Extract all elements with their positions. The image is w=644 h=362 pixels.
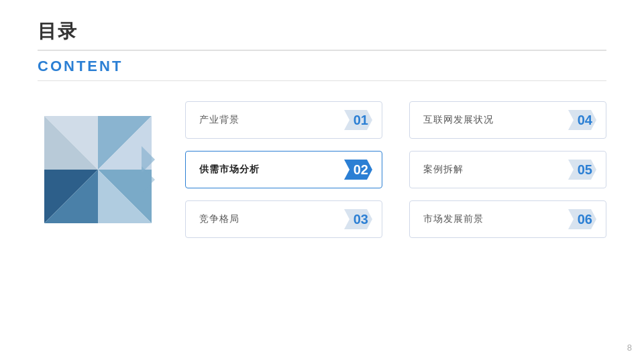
menu-grid: 产业背景 01 互联网发展状况 04 [185,101,606,238]
title-zh: 目录 [38,19,606,44]
num-text-1: 01 [354,112,368,127]
num-text-2: 02 [354,162,368,177]
num-badge-1: 01 [339,109,372,131]
header: 目录 [0,0,644,44]
divider-bottom [38,80,606,81]
num-text-6: 06 [578,211,592,227]
main-content: 产业背景 01 互联网发展状况 04 [0,101,644,238]
menu-item-6[interactable]: 市场发展前景 06 [409,200,606,238]
menu-label-1: 产业背景 [199,114,239,126]
num-badge-4: 04 [563,109,596,131]
menu-item-3[interactable]: 竞争格局 03 [185,200,382,238]
menu-label-4: 互联网发展状况 [423,114,494,126]
menu-item-2[interactable]: 供需市场分析 02 [185,151,382,188]
pinwheel-graphic [38,109,158,230]
menu-label-2: 供需市场分析 [199,164,260,176]
page-container: 目录 CONTENT [0,0,644,362]
menu-label-6: 市场发展前景 [423,213,484,225]
divider-top [38,50,606,51]
menu-item-5[interactable]: 案例拆解 05 [409,151,606,188]
menu-label-5: 案例拆解 [423,164,464,176]
num-text-3: 03 [354,211,368,227]
title-en: CONTENT [38,58,606,75]
num-badge-3: 03 [339,208,372,231]
menu-label-3: 竞争格局 [199,213,239,225]
page-number: 8 [627,343,632,353]
num-text-4: 04 [578,112,592,127]
num-badge-2: 02 [339,158,372,181]
num-text-5: 05 [578,162,592,177]
menu-item-4[interactable]: 互联网发展状况 04 [409,101,606,139]
num-badge-5: 05 [563,158,596,181]
menu-item-1[interactable]: 产业背景 01 [185,101,382,139]
num-badge-6: 06 [563,208,596,231]
